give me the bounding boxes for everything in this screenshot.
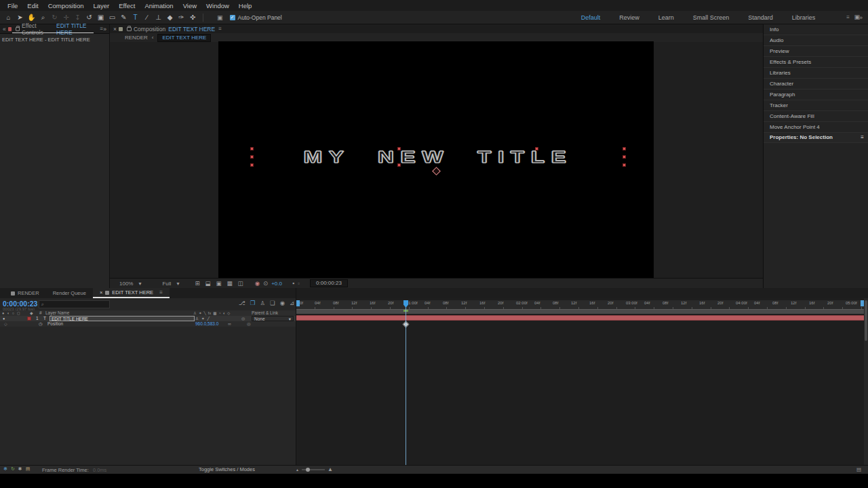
timeline-panel-divider[interactable] [296,288,296,465]
threed-column-icon[interactable]: ◇ [227,310,230,316]
draft-3d-icon[interactable]: ❐ [250,300,256,306]
frame-blend-column-icon[interactable]: ▩ [213,310,216,316]
roto-brush-tool[interactable]: ✑ [176,14,186,21]
region-of-interest-icon[interactable]: ▣ [216,280,222,287]
keyframe-navigator-icon[interactable]: ◇ [4,321,7,327]
menu-item[interactable]: Window [201,2,234,9]
camera-tool[interactable]: ▣ [96,14,106,21]
checkbox-checked-icon[interactable]: ✓ [230,15,235,20]
disk-cache-icon[interactable]: ▤ [26,466,31,472]
zoom-in-mountain-icon[interactable]: ▲ [328,466,333,472]
layer-label-chip[interactable] [27,317,31,321]
lock-icon[interactable] [127,27,132,31]
menu-item[interactable]: File [3,2,22,9]
selection-handle[interactable] [623,155,626,159]
workspace-tab[interactable]: Learn [649,14,684,21]
cache-indicator-icon[interactable]: ↻ [11,466,15,472]
audio-column-icon[interactable]: ◖ [7,310,9,316]
workspace-tab[interactable]: Standard [738,14,783,21]
render-status-icon[interactable]: ❄ [3,466,7,472]
tab-render-queue[interactable]: Render Queue [46,288,93,298]
performance-icon[interactable]: ✱ [18,466,22,472]
solo-column-icon[interactable]: ○ [12,310,14,316]
selection-handle[interactable] [250,163,254,167]
pen-tool[interactable]: ✎ [119,14,129,21]
quality-switch-icon[interactable]: ╱ [208,316,210,321]
parent-select[interactable]: None ▾ [252,316,294,321]
toggle-switches-modes-button[interactable]: Toggle Switches / Modes [195,466,259,472]
menu-item[interactable]: Edit [22,2,43,9]
tab-render[interactable]: RENDER [4,288,46,298]
sidebar-panel-tab[interactable]: Audio [764,35,868,46]
preview-timecode[interactable]: 0:00:00:23 [310,279,348,287]
text-layer-selection-box[interactable]: MY NEW TITLE [252,148,625,165]
panel-menu-icon[interactable]: ≡ [861,133,864,142]
menu-item[interactable]: Help [234,2,257,9]
collapse-column-icon[interactable]: ✦ [199,310,202,316]
menu-item[interactable]: Layer [89,2,115,9]
timeline-search-input[interactable]: ⌕ [39,300,110,308]
zoom-out-mountain-icon[interactable]: ▲ [296,468,299,472]
resolution-select[interactable]: Full ▾ [159,280,182,287]
composition-tab-target[interactable]: EDIT TEXT HERE [168,26,215,33]
composition-canvas[interactable]: MY NEW TITLE [218,41,654,279]
layer-name-column-label[interactable]: Layer Name [45,310,69,316]
menu-item[interactable]: Effect [114,2,140,9]
panel-overflow-icon[interactable]: » [103,26,109,33]
selection-handle[interactable] [623,147,626,150]
breadcrumb-root[interactable]: RENDER [125,35,148,41]
work-area-end-marker[interactable] [861,300,864,306]
property-row-position[interactable]: ◇ ◷ Position 960.0,583.0 ∞ ◎ [0,321,296,327]
sidebar-panel-tab[interactable]: Character [764,79,868,89]
layer-name-field[interactable]: EDIT TITLE HERE [50,316,195,321]
shy-switch-icon[interactable]: ♙ [195,316,199,321]
selection-handle[interactable] [623,163,626,167]
sidebar-panel-tab[interactable]: Content-Aware Fill [764,111,868,122]
workspace-tab[interactable]: Default [572,14,610,21]
sidebar-panel-tab[interactable]: Move Anchor Point 4 [764,122,868,133]
selection-handle[interactable] [535,147,538,150]
workspace-menu-icon[interactable]: ≡ [846,14,850,20]
sidebar-panel-tab[interactable]: Info [764,24,868,35]
motion-blur-column-icon[interactable]: ◔ [218,310,220,316]
orbit-camera-tool[interactable]: ↻ [50,14,60,21]
property-name[interactable]: Position [47,321,63,327]
stopwatch-icon[interactable]: ◷ [39,321,43,327]
timeline-options-icon[interactable]: ▤ [856,466,861,472]
dolly-camera-tool[interactable]: ↧ [73,14,83,21]
tab-edit-text-here[interactable]: × EDIT TEXT HERE ≡ [93,288,170,298]
auto-open-panel[interactable]: ✓ Auto-Open Panel [230,14,282,21]
comp-mini-flowchart-icon[interactable]: ⎇ [239,300,245,306]
breadcrumb-current[interactable]: EDIT TEXT HERE [157,34,211,42]
fx-column-icon[interactable]: fx [208,310,211,316]
rotation-tool[interactable]: ↺ [84,14,94,21]
workspace-tab[interactable]: Libraries [783,14,825,21]
anchor-point-icon[interactable] [432,167,441,176]
show-channel-icon[interactable]: ◉ [255,280,260,287]
clone-stamp-tool[interactable]: ⊥ [153,14,163,21]
selection-tool[interactable]: ➤ [15,14,25,21]
exposure-icon[interactable]: ⊙ [263,280,268,287]
sidebar-panel-tab[interactable]: Libraries [764,68,868,79]
label-column-icon[interactable]: ◆ [30,310,33,316]
sidebar-panel-properties[interactable]: Properties: No Selection ≡ [764,133,868,143]
hand-tool[interactable]: ✋ [26,14,37,21]
menu-item[interactable]: View [178,2,201,9]
video-column-icon[interactable]: ● [2,310,4,316]
menu-item[interactable]: Composition [43,2,89,9]
selection-handle[interactable] [397,163,401,167]
zoom-tool[interactable]: ⌕ [38,14,48,22]
timeline-vertical-scrollbar[interactable] [865,300,867,341]
sidebar-panel-tab[interactable]: Effects & Presets [764,57,868,68]
work-area-bar[interactable] [296,309,864,314]
workspace-options-icon[interactable]: ▣ [854,14,860,20]
exposure-value[interactable]: +0.0 [271,281,282,287]
show-snapshot-icon[interactable]: ▫ [298,280,300,287]
quality-column-icon[interactable]: ╲ [204,310,206,316]
brush-tool[interactable]: ∕ [142,14,152,21]
layer-row[interactable]: ● 1 T EDIT TITLE HERE ♙✦╱ ◎ None ▾ [0,316,296,321]
hide-shy-layers-icon[interactable]: ♙ [260,300,265,306]
eraser-tool[interactable]: ◆ [165,14,175,21]
sidebar-panel-tab[interactable]: Tracker [764,100,868,111]
magnification-select[interactable]: 100% ▾ [117,280,144,287]
